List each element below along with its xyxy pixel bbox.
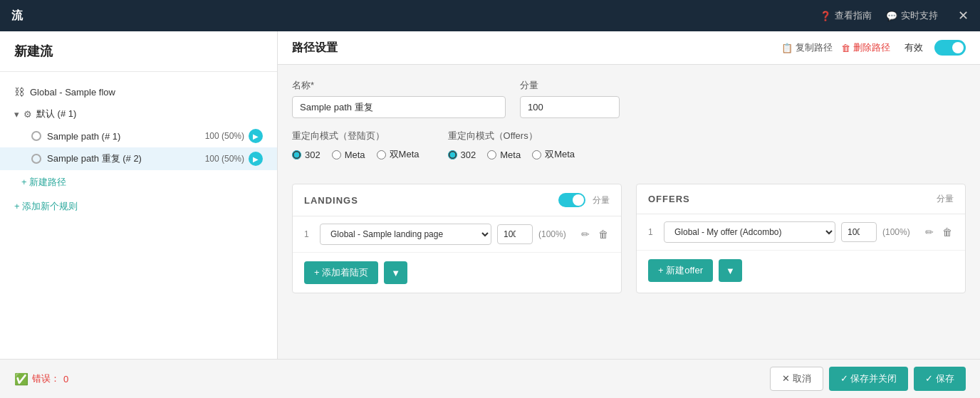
landings-row-1: 1 Global - Sample landing page (100%) ✏ … [293,216,621,253]
help-label: 查看指南 [835,9,872,22]
landings-select-1[interactable]: Global - Sample landing page [320,224,491,245]
error-number: 0 [63,374,68,384]
weight-label: 分量 [520,79,620,92]
add-offer-label: + 新建offer [658,264,703,277]
landings-edit-btn-1[interactable]: ✏ [580,227,591,241]
error-label: 错误： [32,372,60,385]
redirect-landing-section: 重定向模式（登陆页） 302 Meta 双Meta [292,130,419,161]
check-icon: ✅ [14,372,28,386]
path-item-1[interactable]: Sample path (# 1) 100 (50%) ▶ [0,125,277,147]
save-close-button[interactable]: ✓ 保存并关闭 [829,367,909,391]
redirect-offers-title: 重定向模式（Offers） [448,130,575,142]
arrow-icon: ▾ [14,109,19,120]
content-actions: 📋 复制路径 🗑 删除路径 有效 [781,40,966,56]
offers-panel: OFFERS 分量 1 Global - My offer (Adcombo) … [636,184,966,293]
navbar: 流 ❓ 查看指南 💬 实时支持 ✕ [0,0,980,31]
landings-footer: + 添加着陆页 ▼ [293,253,621,293]
path-percent-1: 100 (50%) [205,131,244,141]
content-title: 路径设置 [292,41,781,56]
redirect-offers-doublemeta[interactable]: 双Meta [532,148,575,161]
offers-footer: + 新建offer ▼ [637,251,965,290]
support-button[interactable]: 💬 实时支持 [886,9,938,22]
redirect-offers-radio-group: 302 Meta 双Meta [448,148,575,161]
landings-panel: LANDINGS 分量 1 Global - Sample landing pa… [292,184,622,293]
landings-toggle[interactable] [558,193,585,207]
content-header: 路径设置 📋 复制路径 🗑 删除路径 有效 [278,31,980,65]
bottom-bar: ✅ 错误： 0 ✕ 取消 ✓ 保存并关闭 ✓ 保存 [0,359,980,398]
delete-icon: 🗑 [841,43,850,53]
flow-item: ⛓ Global - Sample flow [0,80,277,103]
add-offer-dropdown-button[interactable]: ▼ [719,259,742,282]
path-item-2[interactable]: Sample path 重复 (# 2) 100 (50%) ▶ [0,147,277,170]
copy-path-button[interactable]: 📋 复制路径 [781,41,833,54]
play-btn-2[interactable]: ▶ [249,152,263,166]
delete-label: 删除路径 [853,41,890,54]
offers-delete-btn-1[interactable]: 🗑 [941,225,954,239]
offers-row-num-1: 1 [648,227,658,237]
save-button[interactable]: ✓ 保存 [914,367,966,391]
landings-row-num-1: 1 [304,229,314,239]
redirect-landing-meta[interactable]: Meta [332,150,365,160]
landings-weight-1[interactable] [497,224,533,244]
valid-label: 有效 [905,41,923,54]
offers-title: OFFERS [648,194,929,204]
rule-header[interactable]: ▾ ⚙ 默认 (# 1) [0,103,277,125]
add-offer-dropdown-icon: ▼ [726,266,735,276]
offers-panel-header: OFFERS 分量 [637,184,965,214]
radio-2 [31,154,41,164]
add-landing-dropdown-icon: ▼ [391,268,400,278]
play-btn-1[interactable]: ▶ [249,129,263,143]
flow-icon: ⛓ [14,86,24,98]
navbar-actions: ❓ 查看指南 💬 实时支持 ✕ [820,8,969,23]
name-label: 名称* [292,79,506,92]
content: 路径设置 📋 复制路径 🗑 删除路径 有效 名称* [278,31,980,359]
close-button[interactable]: ✕ [958,8,969,23]
rule-label: 默认 (# 1) [36,108,76,120]
path-percent-2: 100 (50%) [205,154,244,164]
redirect-offers-302[interactable]: 302 [448,150,476,160]
offers-select-1[interactable]: Global - My offer (Adcombo) [664,221,835,243]
landings-weight-label: 分量 [593,194,610,206]
sidebar-header: 新建流 [0,31,277,72]
redirect-landing-302[interactable]: 302 [292,150,320,160]
panels-row: LANDINGS 分量 1 Global - Sample landing pa… [292,184,966,293]
landings-delete-btn-1[interactable]: 🗑 [597,227,610,241]
redirect-pair: 重定向模式（登陆页） 302 Meta 双Meta 重 [292,130,966,172]
copy-icon: 📋 [781,43,793,53]
redirect-offers-section: 重定向模式（Offers） 302 Meta 双Meta [448,130,575,161]
rule-group: ▾ ⚙ 默认 (# 1) Sample path (# 1) 100 (50%)… [0,103,277,194]
radio-1 [31,131,41,141]
name-input[interactable] [292,96,506,118]
redirect-offers-meta[interactable]: Meta [487,150,521,160]
sidebar-body: ⛓ Global - Sample flow ▾ ⚙ 默认 (# 1) Samp… [0,72,277,227]
weight-form-group: 分量 [520,79,620,118]
offers-percent-1: (100%) [882,227,918,237]
offers-row-1: 1 Global - My offer (Adcombo) (100%) ✏ 🗑 [637,214,965,251]
help-icon: ❓ [820,11,831,21]
add-rule-button[interactable]: + 添加新个规则 [0,194,277,219]
content-body: 名称* 分量 重定向模式（登陆页） 302 [278,65,980,359]
bottom-actions: ✕ 取消 ✓ 保存并关闭 ✓ 保存 [770,367,966,391]
weight-input[interactable] [520,96,620,118]
offers-weight-label: 分量 [937,193,954,205]
landings-panel-header: LANDINGS 分量 [293,184,621,216]
path-name-2: Sample path 重复 (# 2) [47,152,205,165]
help-button[interactable]: ❓ 查看指南 [820,9,872,22]
add-path-button[interactable]: + 新建路径 [0,170,277,194]
offers-weight-1[interactable] [841,222,877,242]
valid-toggle[interactable] [934,40,966,56]
add-landing-button[interactable]: + 添加着陆页 [304,261,378,284]
delete-path-button[interactable]: 🗑 删除路径 [841,41,890,54]
redirect-landing-title: 重定向模式（登陆页） [292,130,419,142]
redirect-landing-radio-group: 302 Meta 双Meta [292,148,419,161]
add-landing-dropdown-button[interactable]: ▼ [384,261,407,284]
add-offer-button[interactable]: + 新建offer [648,259,713,282]
add-landing-label: + 添加着陆页 [314,266,368,279]
offers-edit-btn-1[interactable]: ✏ [924,225,935,239]
gear-icon: ⚙ [24,109,32,120]
error-count: ✅ 错误： 0 [14,372,770,386]
navbar-title: 流 [11,9,820,23]
main-layout: 新建流 ⛓ Global - Sample flow ▾ ⚙ 默认 (# 1) … [0,31,980,359]
redirect-landing-doublemeta[interactable]: 双Meta [377,148,419,161]
cancel-button[interactable]: ✕ 取消 [770,367,823,391]
